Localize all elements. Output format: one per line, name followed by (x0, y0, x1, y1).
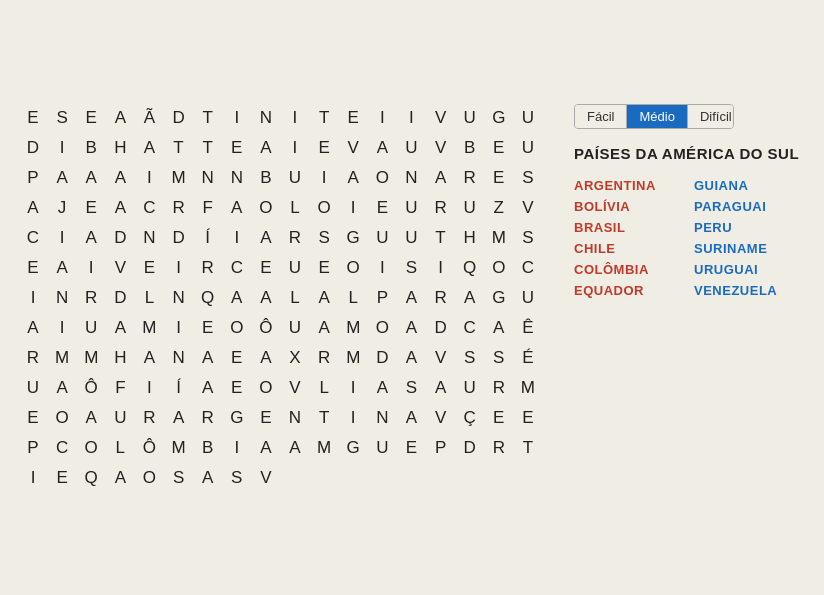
grid-cell[interactable]: A (311, 284, 339, 312)
grid-cell[interactable]: H (107, 344, 135, 372)
grid-cell[interactable]: D (20, 134, 48, 162)
difficulty-fácil-button[interactable]: Fácil (575, 105, 627, 128)
grid-cell[interactable]: P (20, 164, 48, 192)
grid-cell[interactable]: Ã (136, 104, 164, 132)
grid-cell[interactable]: A (107, 104, 135, 132)
grid-cell[interactable]: O (49, 404, 77, 432)
grid-cell[interactable]: O (340, 254, 368, 282)
grid-cell[interactable]: D (428, 314, 456, 342)
grid-cell[interactable]: U (515, 134, 543, 162)
grid-cell[interactable]: A (282, 434, 310, 462)
grid-cell[interactable]: A (107, 314, 135, 342)
grid-cell[interactable]: E (20, 404, 48, 432)
grid-cell[interactable]: P (20, 434, 48, 462)
grid-cell[interactable]: S (224, 464, 252, 492)
grid-cell[interactable]: G (486, 284, 514, 312)
grid-cell[interactable]: S (457, 344, 485, 372)
grid-cell[interactable]: U (369, 224, 397, 252)
grid-cell[interactable]: A (107, 194, 135, 222)
grid-cell[interactable]: A (224, 284, 252, 312)
grid-cell[interactable]: A (195, 344, 223, 372)
grid-cell[interactable]: R (486, 374, 514, 402)
grid-cell[interactable]: G (340, 224, 368, 252)
grid-cell[interactable]: N (166, 344, 194, 372)
grid-cell[interactable]: E (253, 254, 281, 282)
grid-cell[interactable]: E (486, 164, 514, 192)
grid-cell[interactable]: I (49, 134, 77, 162)
grid-cell[interactable]: T (515, 434, 543, 462)
grid-cell[interactable]: R (78, 284, 106, 312)
grid-cell[interactable]: S (515, 164, 543, 192)
grid-cell[interactable]: A (311, 314, 339, 342)
grid-cell[interactable]: Ô (136, 434, 164, 462)
grid-cell[interactable]: I (224, 224, 252, 252)
grid-cell[interactable]: A (253, 284, 281, 312)
grid-cell[interactable]: A (166, 404, 194, 432)
grid-cell[interactable]: C (20, 224, 48, 252)
grid-cell[interactable]: U (398, 194, 426, 222)
grid-cell[interactable]: D (369, 344, 397, 372)
grid-cell[interactable]: N (253, 104, 281, 132)
grid-cell[interactable]: V (428, 134, 456, 162)
grid-cell[interactable]: S (398, 374, 426, 402)
grid-cell[interactable]: A (398, 344, 426, 372)
grid-cell[interactable]: T (166, 134, 194, 162)
grid-cell[interactable]: T (311, 104, 339, 132)
grid-cell[interactable]: Ç (457, 404, 485, 432)
grid-cell[interactable]: U (457, 104, 485, 132)
grid-cell[interactable]: M (515, 374, 543, 402)
grid-cell[interactable]: I (282, 104, 310, 132)
grid-cell[interactable]: L (107, 434, 135, 462)
grid-cell[interactable]: E (398, 434, 426, 462)
grid-cell[interactable]: U (282, 314, 310, 342)
grid-cell[interactable]: H (107, 134, 135, 162)
grid-cell[interactable]: U (282, 254, 310, 282)
grid-cell[interactable]: X (282, 344, 310, 372)
grid-cell[interactable]: A (253, 134, 281, 162)
grid-cell[interactable]: R (136, 404, 164, 432)
grid-cell[interactable]: Ê (515, 314, 543, 342)
grid-cell[interactable]: O (486, 254, 514, 282)
grid-cell[interactable]: I (20, 284, 48, 312)
grid-cell[interactable]: L (282, 284, 310, 312)
grid-cell[interactable]: E (20, 254, 48, 282)
grid-cell[interactable]: E (311, 254, 339, 282)
difficulty-difícil-button[interactable]: Difícil (688, 105, 734, 128)
grid-cell[interactable]: A (340, 164, 368, 192)
grid-cell[interactable]: I (340, 404, 368, 432)
grid-cell[interactable]: D (166, 104, 194, 132)
grid-cell[interactable]: E (49, 464, 77, 492)
grid-cell[interactable]: M (486, 224, 514, 252)
difficulty-bar[interactable]: FácilMédioDifícil (574, 104, 734, 129)
grid-cell[interactable]: M (340, 314, 368, 342)
grid-cell[interactable]: U (398, 134, 426, 162)
grid-cell[interactable]: I (369, 254, 397, 282)
grid-cell[interactable]: B (253, 164, 281, 192)
grid-cell[interactable]: I (340, 374, 368, 402)
grid-cell[interactable]: L (136, 284, 164, 312)
grid-cell[interactable]: A (253, 434, 281, 462)
grid-cell[interactable]: H (457, 224, 485, 252)
grid-cell[interactable]: V (340, 134, 368, 162)
grid-cell[interactable]: G (224, 404, 252, 432)
grid-cell[interactable]: L (311, 374, 339, 402)
grid-cell[interactable]: Ô (78, 374, 106, 402)
grid-cell[interactable]: I (282, 134, 310, 162)
grid-cell[interactable]: S (486, 344, 514, 372)
grid-cell[interactable]: C (515, 254, 543, 282)
grid-cell[interactable]: E (253, 404, 281, 432)
grid-cell[interactable]: F (195, 194, 223, 222)
grid-cell[interactable]: U (107, 404, 135, 432)
grid-cell[interactable]: B (195, 434, 223, 462)
grid-cell[interactable]: D (107, 224, 135, 252)
grid-cell[interactable]: A (195, 374, 223, 402)
grid-cell[interactable]: I (136, 164, 164, 192)
grid-cell[interactable]: E (224, 374, 252, 402)
grid-cell[interactable]: A (107, 164, 135, 192)
grid-cell[interactable]: A (20, 194, 48, 222)
grid-cell[interactable]: U (282, 164, 310, 192)
grid-cell[interactable]: Q (457, 254, 485, 282)
grid-cell[interactable]: A (398, 404, 426, 432)
grid-cell[interactable]: A (195, 464, 223, 492)
grid-cell[interactable]: O (369, 314, 397, 342)
